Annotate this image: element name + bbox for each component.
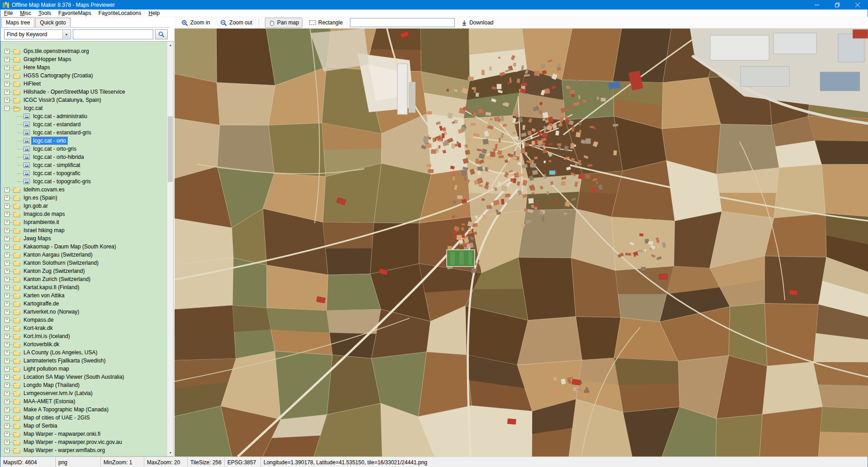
search-input[interactable] [73,29,153,39]
tree-expander[interactable]: + [5,269,9,274]
menu-help[interactable]: Help [145,10,164,17]
tree-item[interactable]: -Icgc.cat [1,104,167,112]
tree-item[interactable]: +Kort-krak.dk [1,324,167,332]
scrollbar-thumb[interactable] [168,116,173,182]
tab-quick-goto[interactable]: Quick goto [35,18,70,27]
tree-item[interactable]: +Make A Topographic Map (Canada) [1,405,167,414]
tree-expander[interactable]: + [5,407,9,412]
tree-item[interactable]: Icgc.cat - administratiu [1,112,167,120]
find-mode-select[interactable]: Find by Keyword ▼ [4,29,71,39]
tree-expander[interactable]: + [5,334,9,339]
tree-expander[interactable]: + [5,391,9,396]
restore-button[interactable] [827,0,847,10]
tree-item[interactable]: +Kartat.kapsi.fi (Finland) [1,283,167,291]
tree-item[interactable]: +Ign.gob.ar [1,202,167,210]
tree-item[interactable]: +LA County (Los Angeles, USA) [1,348,167,357]
tree-expander[interactable]: + [5,49,9,54]
tree-item[interactable]: +Here Maps [1,63,167,71]
tree-item[interactable]: +Map of cities of UAE - 2GIS [1,414,167,422]
menu-favoritelocations[interactable]: FavoriteLocations [95,10,145,17]
download-button[interactable]: Download [458,18,497,28]
tree-expander[interactable]: + [5,195,9,200]
tree-expander[interactable]: + [5,244,9,249]
tree-item[interactable]: +Kanton Solothurn (Switzerland) [1,259,167,267]
tree-expander[interactable]: + [5,73,9,78]
tree-item[interactable]: Icgc.cat - estandard-gris [1,129,167,137]
tree-expander[interactable]: + [5,65,9,70]
combo-arrow-icon[interactable]: ▼ [62,30,70,38]
tree-item[interactable]: +Map Warper - warper.wmflabs.org [1,446,167,454]
tree-expander[interactable]: + [5,212,9,217]
tree-item[interactable]: +Location SA Map Viewer (South Australia… [1,373,167,381]
tree-expander[interactable]: + [5,367,9,372]
tree-expander[interactable]: + [5,375,9,380]
tree-item[interactable]: Icgc.cat - orto-gris [1,145,167,153]
tree-item[interactable]: Icgc.cat - estandard [1,120,167,129]
tree-item[interactable]: +Kort.lmi.is (Iceland) [1,332,167,340]
tree-item[interactable]: +Kanton Zug (Switzerland) [1,267,167,275]
tree-expander[interactable]: + [5,204,9,209]
tree-expander[interactable]: + [5,326,9,331]
tree-expander[interactable]: + [5,57,9,62]
tree-expander[interactable]: + [5,261,9,266]
menu-misc[interactable]: Misc [16,10,35,17]
tree-item[interactable]: +Kakaomap - Daum Map (South Korea) [1,243,167,251]
menu-favoritemaps[interactable]: FavoriteMaps [55,10,95,17]
tree-item[interactable]: +Map Warper - mapwarper.onki.fi [1,430,167,438]
tree-item[interactable]: Icgc.cat - topografic [1,169,167,177]
zoom-out-button[interactable]: Zoom out [217,18,256,28]
scroll-up-icon[interactable]: ▲ [167,42,174,48]
tree-item[interactable]: +Imagico.de maps [1,210,167,218]
tree-item[interactable]: +Kartverket.no (Norway) [1,308,167,316]
tree-expander[interactable]: + [5,350,9,355]
tree-expander[interactable]: + [5,293,9,298]
tree-expander[interactable]: + [5,228,9,233]
tree-expander[interactable]: + [5,415,9,420]
tree-item[interactable]: +Ideihm.covam.es [1,186,167,194]
tree-expander[interactable]: + [5,342,9,347]
menu-file[interactable]: File [0,10,16,17]
tree-item[interactable]: +Kanton Aargau (Switzerland) [1,251,167,259]
rectangle-button[interactable]: Rectangle [306,18,346,28]
tab-maps-tree[interactable]: Maps tree [1,17,34,27]
tree-expander[interactable]: + [5,318,9,323]
tree-item[interactable]: +HGSS Cartography (Croatia) [1,71,167,80]
tree-expander[interactable]: + [5,90,9,95]
tree-item[interactable]: +MAA-AMET (Estonia) [1,397,167,405]
tree-expander[interactable]: + [5,301,9,306]
tree-expander[interactable]: + [5,383,9,388]
tree-expander[interactable]: + [5,277,9,282]
tree-expander[interactable]: + [5,81,9,86]
tree-expander[interactable]: + [5,448,9,453]
tree-item[interactable]: Icgc.cat - orto [1,137,167,145]
tree-item[interactable]: +Kortoverblik.dk [1,340,167,348]
close-button[interactable] [847,0,868,10]
tree-item[interactable]: Icgc.cat - topografic-gris [1,177,167,186]
tree-item[interactable]: +Hillshade - OpenStreetMap US Tileservic… [1,88,167,96]
tree-expander[interactable]: + [5,399,9,404]
tree-item[interactable]: +Ign.es (Spain) [1,194,167,202]
tree-expander[interactable]: + [5,285,9,290]
tree-item[interactable]: Icgc.cat - simplificat [1,161,167,169]
tree-item[interactable]: +Isprambiente.it [1,218,167,226]
tree-item[interactable]: +Kompass.de [1,316,167,324]
tree-item[interactable]: +Kartogiraffe.de [1,300,167,308]
tree-expander[interactable]: + [5,358,9,363]
tree-item[interactable]: +Longdo Map (Thailand) [1,381,167,389]
menu-tools[interactable]: Tools [35,10,55,17]
tree-expander[interactable]: + [5,98,9,103]
tree-item[interactable]: +Lvmgeoserver.lvm.lv (Latvia) [1,389,167,397]
tree-item[interactable]: +Jawg Maps [1,234,167,243]
tree-expander[interactable]: + [5,424,9,429]
minimize-button[interactable] [807,0,827,10]
tree-item[interactable]: +Lantmateriets Fjallkarta (Swedish) [1,357,167,365]
tree-item[interactable]: +Karten von Attika [1,291,167,300]
map-canvas[interactable] [175,29,868,457]
tree-expander[interactable]: + [5,253,9,257]
tree-expander[interactable]: + [5,440,9,445]
tree-item[interactable]: Icgc.cat - orto-hibrida [1,153,167,161]
tree-item[interactable]: +ICGC Vissir3 (Catalunya, Spain) [1,96,167,104]
scroll-down-icon[interactable]: ▼ [167,449,174,456]
tree-expander[interactable]: + [5,187,9,192]
tree-scrollbar[interactable]: ▲ ▼ [167,42,173,456]
